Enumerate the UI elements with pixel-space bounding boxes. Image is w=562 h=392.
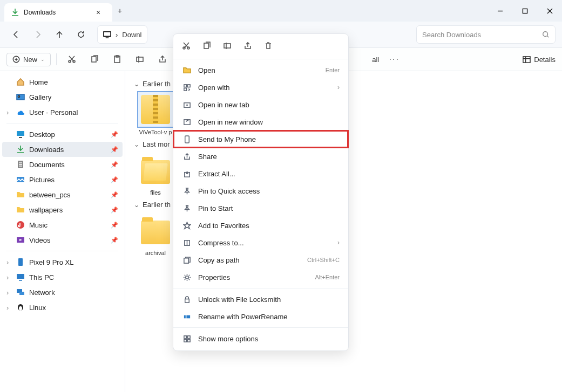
- more-icon: [182, 334, 192, 343]
- svg-rect-0: [523, 9, 527, 13]
- svg-rect-6: [92, 57, 96, 62]
- details-view-button[interactable]: Details: [523, 56, 556, 64]
- svg-rect-36: [184, 258, 188, 263]
- svg-point-2: [543, 32, 548, 37]
- menu-item-new-window[interactable]: Open in new window: [173, 113, 348, 130]
- menu-item-extract[interactable]: Extract All...: [173, 165, 348, 182]
- menu-item-powerrename[interactable]: Rename with PowerRename: [173, 308, 348, 325]
- menu-item-share[interactable]: Share: [173, 148, 348, 165]
- svg-rect-27: [224, 44, 231, 48]
- maximize-button[interactable]: [512, 0, 537, 22]
- menu-item-copy-path[interactable]: Copy as path Ctrl+Shift+C: [173, 251, 348, 269]
- back-button[interactable]: [6, 25, 26, 44]
- new-label: New: [23, 56, 37, 64]
- search-input[interactable]: Search Downloads: [416, 25, 556, 44]
- copy-button[interactable]: [85, 51, 104, 68]
- minimize-button[interactable]: [487, 0, 512, 22]
- videos-icon: [16, 236, 25, 244]
- close-tab-icon[interactable]: ×: [91, 8, 106, 17]
- sidebar-item-pixel[interactable]: Pixel 9 Pro XL: [2, 255, 123, 270]
- menu-item-new-tab[interactable]: Open in new tab: [173, 96, 348, 113]
- menu-item-pin-start[interactable]: Pin to Start: [173, 200, 348, 217]
- sidebar-item-downloads[interactable]: Downloads 📌: [2, 142, 123, 157]
- sidebar-label: Pixel 9 Pro XL: [29, 258, 73, 266]
- pin-icon: 📌: [111, 222, 118, 229]
- close-button[interactable]: [537, 0, 562, 22]
- menu-item-open-with[interactable]: Open with ›: [173, 79, 348, 96]
- tab-downloads[interactable]: Downloads ×: [4, 3, 112, 22]
- sidebar-item-this-pc[interactable]: This PC: [2, 270, 123, 285]
- sidebar-item-pictures[interactable]: Pictures 📌: [2, 172, 123, 187]
- up-button[interactable]: [50, 25, 69, 44]
- file-item-files[interactable]: files: [134, 153, 177, 196]
- home-icon: [16, 78, 25, 86]
- chevron-right-icon: ›: [337, 84, 340, 91]
- properties-icon: [182, 272, 192, 282]
- sidebar-label: Downloads: [29, 146, 64, 154]
- new-button[interactable]: New ⌄: [6, 53, 51, 66]
- documents-icon: [16, 160, 25, 169]
- file-item-vivetool[interactable]: ViVeTool-v p: [134, 92, 177, 136]
- cut-button[interactable]: [62, 51, 82, 68]
- paste-button[interactable]: [107, 51, 127, 68]
- menu-item-favorites[interactable]: Add to Favorites: [173, 217, 348, 234]
- pin-icon: [182, 203, 192, 213]
- sidebar-label: Home: [29, 78, 48, 86]
- context-menu: Open Enter Open with › Open in new tab O…: [173, 33, 349, 351]
- music-icon: [16, 221, 25, 229]
- onedrive-icon: [16, 108, 25, 116]
- copy-icon[interactable]: [201, 40, 212, 51]
- forward-button[interactable]: [28, 25, 48, 44]
- cut-icon[interactable]: [181, 40, 192, 51]
- sidebar-item-wallpapers[interactable]: wallpapers 📌: [2, 202, 123, 217]
- phone-icon: [182, 134, 192, 144]
- copy-path-icon: [182, 255, 192, 265]
- menu-item-compress[interactable]: Compress to... ›: [173, 234, 348, 251]
- sidebar-item-documents[interactable]: Documents 📌: [2, 157, 123, 172]
- menu-item-locksmith[interactable]: Unlock with File Locksmith: [173, 291, 348, 308]
- more-button[interactable]: ···: [384, 51, 404, 68]
- svg-rect-40: [184, 335, 186, 338]
- pin-icon: 📌: [111, 161, 118, 168]
- sidebar-item-home[interactable]: Home: [2, 74, 123, 90]
- select-all-text[interactable]: all: [372, 56, 379, 64]
- menu-item-send-to-phone[interactable]: Send to My Phone: [173, 130, 348, 148]
- pin-icon: 📌: [111, 176, 118, 183]
- pin-icon: [182, 186, 192, 196]
- desktop-icon: [16, 130, 25, 139]
- refresh-button[interactable]: [71, 25, 91, 44]
- new-tab-icon: [182, 100, 192, 109]
- svg-rect-13: [17, 131, 24, 136]
- sidebar-label: Videos: [29, 236, 51, 244]
- compress-icon: [182, 238, 192, 247]
- sidebar-item-gallery[interactable]: Gallery: [2, 90, 123, 105]
- menu-item-properties[interactable]: Properties Alt+Enter: [173, 269, 348, 286]
- sidebar-item-desktop[interactable]: Desktop 📌: [2, 127, 123, 142]
- title-bar: Downloads × +: [0, 0, 562, 22]
- sidebar-item-linux[interactable]: Linux: [2, 300, 123, 315]
- rename-button[interactable]: [130, 51, 150, 68]
- share-icon[interactable]: [242, 40, 253, 51]
- menu-item-pin-quick[interactable]: Pin to Quick access: [173, 182, 348, 200]
- svg-point-12: [18, 96, 20, 98]
- sidebar-item-user[interactable]: User - Personal: [2, 105, 123, 120]
- sidebar-item-between-pcs[interactable]: between_pcs 📌: [2, 187, 123, 202]
- file-name: ViVeTool-v p: [134, 129, 177, 136]
- navigation-pane: Home Gallery User - Personal Desktop 📌 D…: [0, 71, 125, 392]
- sidebar-label: Linux: [29, 304, 46, 312]
- sidebar-item-network[interactable]: Network: [2, 285, 123, 300]
- search-icon: [542, 31, 550, 38]
- file-item-archival[interactable]: archival: [134, 213, 177, 257]
- sidebar-item-music[interactable]: Music 📌: [2, 217, 123, 232]
- svg-rect-39: [184, 315, 189, 318]
- delete-icon[interactable]: [263, 40, 274, 51]
- share-button[interactable]: [153, 51, 172, 68]
- extract-icon: [182, 169, 192, 178]
- menu-item-open[interactable]: Open Enter: [173, 61, 348, 79]
- new-tab-button[interactable]: +: [112, 6, 127, 15]
- file-name: archival: [134, 250, 177, 257]
- address-bar[interactable]: › Downl: [97, 25, 147, 44]
- rename-icon[interactable]: [222, 40, 233, 51]
- sidebar-item-videos[interactable]: Videos 📌: [2, 232, 123, 247]
- menu-item-show-more[interactable]: Show more options: [173, 330, 348, 347]
